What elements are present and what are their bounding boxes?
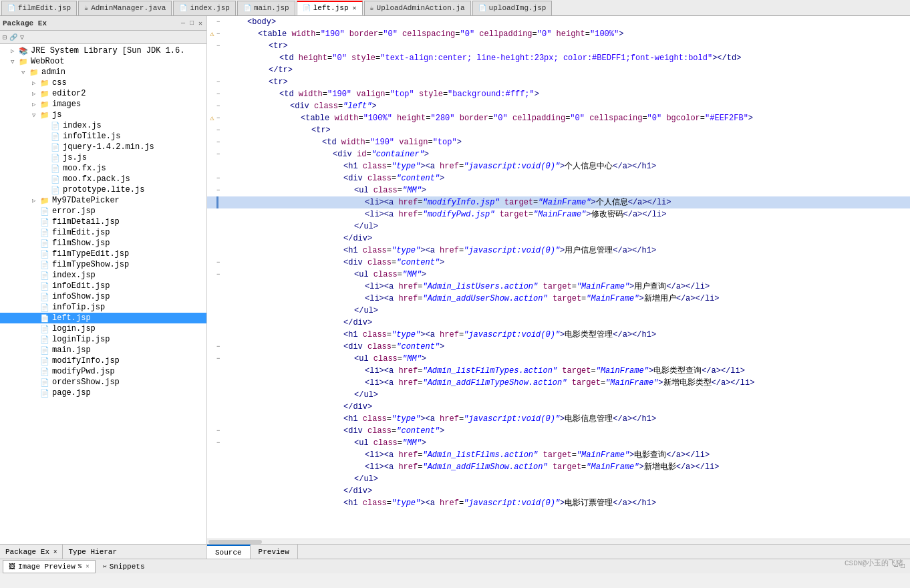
tree-arrow[interactable]: ▷ [32,197,40,204]
collapse-btn[interactable]: − [216,76,224,88]
tree-item-filmShow-jsp[interactable]: 📄 filmShow.jsp [0,238,206,249]
tree-item-admin[interactable]: ▽ 📁 admin [0,67,206,78]
view-menu-icon[interactable]: ▽ [20,33,24,41]
tree-arrow[interactable]: ▷ [32,90,40,98]
collapse-all-icon[interactable]: ⊟ [3,33,7,41]
code-content: <li><a href="Admin_listFilmTypes.action"… [237,365,907,377]
tab-uploadAdmin-icon: ☕ [370,4,374,12]
tab-left[interactable]: 📄 left.jsp ✕ [297,1,363,15]
collapse-btn[interactable]: − [216,437,224,449]
tab-uploadImg[interactable]: 📄 uploadImg.jsp [472,1,553,15]
tree-arrow[interactable]: ▷ [32,101,40,108]
tree-item-moo-fx-pack-js[interactable]: 📄 moo.fx.pack.js [0,174,206,184]
tree-item-modifyInfo-jsp[interactable]: 📄 modifyInfo.jsp [0,355,206,366]
js-file-icon: 📄 [51,186,61,194]
code-content: <ul class="MM"> [237,269,907,281]
tree-item-ordersShow-jsp[interactable]: 📄 ordersShow.jsp [0,377,206,388]
tab-index[interactable]: 📄 index.jsp [173,1,235,15]
collapse-btn[interactable]: − [216,136,224,148]
tab-filmEdit[interactable]: 📄 filmEdit.jsp [1,1,77,15]
preview-tab[interactable]: Preview [251,545,298,559]
collapse-btn[interactable]: − [216,184,224,196]
jsp-file-icon: 📄 [40,389,51,398]
minimize-icon[interactable]: — [180,19,186,28]
horizontal-scrollbar[interactable] [208,540,262,544]
collapse-btn[interactable]: − [216,100,224,112]
tree-item-modifyPwd-jsp[interactable]: 📄 modifyPwd.jsp [0,366,206,377]
image-preview-tab[interactable]: 🖼 Image Preview % ✕ [3,560,96,573]
collapse-btn[interactable]: − [216,88,224,100]
tree-item-webroot[interactable]: ▽ 📁 WebRoot [0,56,206,67]
collapse-btn[interactable]: − [216,172,224,184]
tree-item-jre[interactable]: ▷ 📚 JRE System Library [Sun JDK 1.6. [0,45,206,56]
tab-main[interactable]: 📄 main.jsp [237,1,295,15]
code-line: − <ul class="MM"> [207,184,910,196]
tree-item-filmDetail-jsp[interactable]: 📄 filmDetail.jsp [0,216,206,227]
collapse-btn[interactable]: − [216,112,224,124]
code-content: <ul class="MM"> [237,184,907,196]
collapse-btn[interactable]: − [216,257,224,269]
code-content: </div> [237,485,907,497]
collapse-btn[interactable]: − [216,28,224,40]
line-gutter: − [210,76,237,88]
package-explorer-close[interactable]: ✕ [53,548,57,555]
tab-uploadAdmin[interactable]: ☕ UploadAdminAction.ja [364,1,471,15]
tree-arrow[interactable]: ▷ [32,80,40,87]
tree-item-editor2[interactable]: ▷ 📁 editor2 [0,88,206,99]
close-panel-icon[interactable]: ✕ [197,19,204,28]
collapse-btn[interactable]: − [216,16,224,28]
package-explorer-tab[interactable]: Package Ex ✕ [0,545,63,559]
tree-item-login-jsp[interactable]: 📄 login.jsp [0,323,206,334]
tree-item-infoTitle-js[interactable]: 📄 infoTitle.js [0,131,206,142]
collapse-btn[interactable]: − [216,40,224,52]
snippets-tab[interactable]: ✂ Snippets [97,560,151,573]
tree-arrow[interactable]: ▽ [11,58,19,65]
tab-adminManager[interactable]: ☕ AdminManager.java [78,1,172,15]
tree-label-left-jsp: left.jsp [51,313,91,323]
tree-item-page-jsp[interactable]: 📄 page.jsp [0,388,206,398]
tab-left-close[interactable]: ✕ [353,4,357,12]
tree-item-error-jsp[interactable]: 📄 error.jsp [0,206,206,216]
link-editor-icon[interactable]: 🔗 [9,33,17,41]
tree-item-left-jsp[interactable]: 📄 left.jsp [0,313,206,323]
tree-item-filmEdit-jsp[interactable]: 📄 filmEdit.jsp [0,227,206,238]
type-hierarchy-tab[interactable]: Type Hierar [63,545,122,559]
collapse-btn[interactable]: − [216,353,224,365]
tree-item-moo-fx-js[interactable]: 📄 moo.fx.js [0,163,206,174]
tree-item-index-js[interactable]: 📄 index.js [0,120,206,131]
tab-adminManager-icon: ☕ [84,4,88,12]
collapse-btn[interactable]: − [216,148,224,160]
tree-item-prototype-js[interactable]: 📄 prototype.lite.js [0,184,206,195]
source-tab[interactable]: Source [207,545,251,559]
tree-item-infoShow-jsp[interactable]: 📄 infoShow.jsp [0,291,206,302]
tree-arrow[interactable]: ▽ [21,69,29,76]
image-preview-label: Image Preview [18,563,75,571]
tree-item-css[interactable]: ▷ 📁 css [0,78,206,88]
jsp-file-icon: 📄 [40,271,51,280]
tree-item-infoTip-jsp[interactable]: 📄 infoTip.jsp [0,302,206,313]
bottom-panel: 🖼 Image Preview % ✕ ✂ Snippets — □ [0,559,910,573]
tree-item-main-jsp[interactable]: 📄 main.jsp [0,345,206,355]
tree-item-jquery-js[interactable]: 📄 jquery-1.4.2.min.js [0,142,206,152]
tree-item-my97[interactable]: ▷ 📁 My97DatePicker [0,195,206,206]
tree-arrow[interactable]: ▽ [32,112,40,119]
collapse-btn[interactable]: − [216,341,224,353]
folder-icon: 📁 [19,57,29,66]
code-area[interactable]: − <body> ⚠ − <table width="190" border="… [207,16,910,539]
tree-item-infoEdit-jsp[interactable]: 📄 infoEdit.jsp [0,281,206,291]
tree-item-js-js[interactable]: 📄 js.js [0,152,206,163]
tree-arrow[interactable]: ▷ [11,47,19,55]
tree-item-js[interactable]: ▽ 📁 js [0,110,206,120]
tree-item-images[interactable]: ▷ 📁 images [0,99,206,110]
collapse-btn[interactable]: − [216,425,224,437]
collapse-btn[interactable]: − [216,269,224,281]
tree-item-filmTypeShow-jsp[interactable]: 📄 filmTypeShow.jsp [0,259,206,270]
collapse-btn[interactable]: − [216,124,224,136]
tree-item-filmTypeEdit-jsp[interactable]: 📄 filmTypeEdit.jsp [0,249,206,259]
maximize-icon[interactable]: □ [188,19,195,28]
tree-item-index-jsp[interactable]: 📄 index.jsp [0,270,206,281]
image-preview-close[interactable]: ✕ [86,563,89,570]
tree-item-loginTip-jsp[interactable]: 📄 loginTip.jsp [0,334,206,345]
code-line: </ul> [207,305,910,317]
js-file-icon: 📄 [51,143,61,152]
